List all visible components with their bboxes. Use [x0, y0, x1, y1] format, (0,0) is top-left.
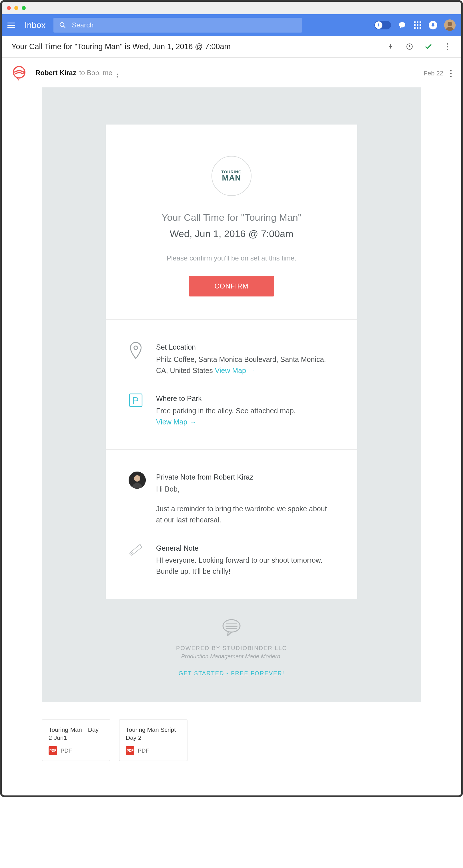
- sent-date: Feb 22: [424, 70, 443, 77]
- chat-icon[interactable]: [398, 21, 406, 29]
- svg-point-3: [447, 22, 452, 26]
- maximize-window-button[interactable]: [22, 6, 26, 10]
- minimize-window-button[interactable]: [14, 6, 18, 10]
- parking-icon: P: [128, 393, 145, 427]
- pin-toggle[interactable]: [374, 21, 391, 29]
- more-actions-icon[interactable]: [443, 42, 452, 51]
- attachment-item[interactable]: Touring Man Script - Day 2 PDF PDF: [119, 719, 187, 762]
- message-more-icon[interactable]: [450, 70, 452, 77]
- parking-heading: Where to Park: [156, 393, 335, 404]
- email-card: TOURING MAN Your Call Time for "Touring …: [106, 125, 357, 599]
- call-time-datetime: Wed, Jun 1, 2016 @ 7:00am: [126, 228, 337, 239]
- parking-map-link[interactable]: View Map →: [156, 418, 196, 426]
- footer-tagline: Production Management Made Modern.: [42, 653, 421, 660]
- email-footer: POWERED BY STUDIOBINDER LLC Production M…: [42, 599, 421, 677]
- svg-point-6: [134, 346, 138, 350]
- location-section: Set Location Philz Coffee, Santa Monica …: [106, 320, 357, 450]
- footer-logo-icon: [42, 619, 421, 637]
- svg-point-0: [60, 23, 64, 27]
- attachment-item[interactable]: Touring-Man---Day-2-Jun1 PDF PDF: [42, 719, 110, 762]
- author-avatar: [128, 471, 145, 526]
- svg-line-1: [63, 26, 65, 28]
- email-subject: Your Call Time for "Touring Man" is Wed,…: [11, 42, 231, 51]
- footer-powered-by: POWERED BY STUDIOBINDER LLC: [42, 645, 421, 651]
- location-map-link[interactable]: View Map →: [215, 367, 255, 374]
- general-note-body: HI everyone. Looking forward to our shoo…: [156, 555, 335, 577]
- general-note-heading: General Note: [156, 543, 335, 554]
- sender-avatar-icon: [11, 66, 27, 81]
- private-note-greeting: Hi Bob,: [156, 484, 335, 495]
- notifications-icon[interactable]: [429, 21, 437, 29]
- sender-row: Robert Kiraz to Bob, me ▲▼ Feb 22: [2, 58, 461, 87]
- account-avatar[interactable]: [444, 20, 456, 31]
- svg-point-10: [134, 475, 140, 482]
- attachment-name: Touring Man Script - Day 2: [126, 726, 181, 742]
- production-logo: TOURING MAN: [211, 156, 252, 196]
- email-body-area: TOURING MAN Your Call Time for "Touring …: [42, 87, 421, 702]
- menu-button[interactable]: [7, 21, 17, 30]
- search-icon: [59, 22, 66, 29]
- attachment-type: PDF: [138, 747, 149, 754]
- snooze-icon[interactable]: [405, 42, 414, 51]
- search-box[interactable]: [53, 18, 302, 33]
- confirm-button[interactable]: CONFIRM: [189, 276, 274, 297]
- attachments-row: Touring-Man---Day-2-Jun1 PDF PDF Touring…: [2, 702, 461, 796]
- footer-cta-link[interactable]: GET STARTED - FREE FOREVER!: [42, 670, 421, 677]
- pin-icon: [375, 22, 382, 29]
- confirm-prompt: Please confirm you'll be on set at this …: [126, 254, 337, 262]
- location-pin-icon: [128, 342, 145, 376]
- pin-action-icon[interactable]: [386, 42, 395, 51]
- private-note-body: Just a reminder to bring the wardrobe we…: [156, 503, 335, 526]
- call-time-section: TOURING MAN Your Call Time for "Touring …: [106, 125, 357, 320]
- private-note-heading: Private Note from Robert Kiraz: [156, 471, 335, 483]
- sender-name: Robert Kiraz: [35, 69, 76, 76]
- done-icon[interactable]: [424, 42, 433, 51]
- window-titlebar: [2, 2, 461, 14]
- svg-text:P: P: [132, 395, 139, 406]
- sender-recipients: to Bob, me: [79, 69, 112, 76]
- subject-bar: Your Call Time for "Touring Man" is Wed,…: [2, 36, 461, 58]
- attachment-name: Touring-Man---Day-2-Jun1: [49, 726, 104, 742]
- pdf-icon: PDF: [49, 746, 57, 755]
- location-heading: Set Location: [156, 342, 335, 353]
- notes-section: Private Note from Robert Kiraz Hi Bob, J…: [106, 450, 357, 599]
- app-header: Inbox: [2, 14, 461, 36]
- pdf-icon: PDF: [126, 746, 134, 755]
- search-input[interactable]: [72, 21, 296, 29]
- parking-body: Free parking in the alley. See attached …: [156, 405, 335, 416]
- expand-recipients-icon[interactable]: ▲▼: [116, 73, 119, 78]
- call-time-title: Your Call Time for "Touring Man": [126, 212, 337, 223]
- app-title: Inbox: [25, 20, 46, 30]
- megaphone-icon: [128, 543, 145, 577]
- close-window-button[interactable]: [7, 6, 11, 10]
- attachment-type: PDF: [61, 747, 72, 754]
- apps-icon[interactable]: [413, 21, 422, 29]
